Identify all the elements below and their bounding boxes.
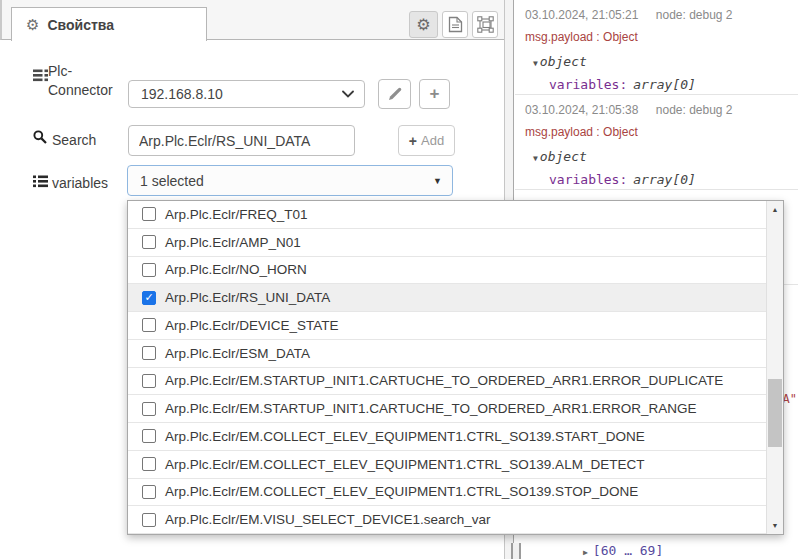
debug-object-row[interactable]: ▼object <box>525 149 798 164</box>
checkbox[interactable] <box>142 263 156 277</box>
debug-object-label: object <box>540 149 587 164</box>
debug-node-name: node: debug 2 <box>656 8 733 22</box>
dropdown-scrollbar[interactable]: ▲ ▼ <box>766 201 783 534</box>
checkbox[interactable] <box>142 207 156 221</box>
dropdown-option-selected[interactable]: ✓Arp.Plc.Eclr/RS_UNI_DATA <box>128 284 766 312</box>
checkbox[interactable] <box>142 235 156 249</box>
variables-multiselect[interactable]: 1 selected ▼ <box>127 165 453 196</box>
checkbox[interactable]: ✓ <box>142 291 156 305</box>
edit-connector-button[interactable] <box>378 79 411 109</box>
collapse-triangle-icon[interactable]: ▼ <box>533 154 538 163</box>
scroll-up-icon[interactable]: ▲ <box>767 201 783 218</box>
connector-selected-value: 192.168.8.10 <box>141 86 223 102</box>
option-label: Arp.Plc.Eclr/FREQ_T01 <box>165 207 308 222</box>
debug-msg-path[interactable]: msg.payload : Object <box>525 30 798 44</box>
tab-properties[interactable]: ⚙ Свойства <box>11 7 207 41</box>
debug-key-value: variables:array[0] <box>525 172 798 187</box>
document-icon <box>448 16 463 33</box>
debug-value: array[0] <box>633 77 696 92</box>
debug-key-value: variables:array[0] <box>525 77 798 92</box>
gear-icon: ⚙ <box>26 17 39 32</box>
debug-value: array[0] <box>633 172 696 187</box>
add-connector-button[interactable]: + <box>419 79 450 109</box>
dropdown-option[interactable]: Arp.Plc.Eclr/EM.COLLECT_ELEV_EQUIPMENT1.… <box>128 451 766 479</box>
connector-label: Plc-Connector <box>48 62 126 100</box>
dropdown-option[interactable]: Arp.Plc.Eclr/EM.COLLECT_ELEV_EQUIPMENT1.… <box>128 479 766 507</box>
tab-title: Свойства <box>47 17 114 33</box>
debug-meta: 03.10.2024, 21:05:21 node: debug 2 <box>525 8 798 22</box>
list-icon <box>33 174 48 192</box>
dropdown-option[interactable]: Arp.Plc.Eclr/ESM_DATA <box>128 340 766 368</box>
debug-msg-path[interactable]: msg.payload : Object <box>525 125 798 139</box>
variables-label: variables <box>52 175 108 191</box>
checkbox[interactable] <box>142 374 156 388</box>
debug-node-name: node: debug 2 <box>656 103 733 117</box>
checkbox[interactable] <box>142 429 156 443</box>
debug-object-label: object <box>540 54 587 69</box>
debug-timestamp: 03.10.2024, 21:05:38 <box>525 103 638 117</box>
plus-icon: + <box>430 84 440 104</box>
debug-key: variables: <box>549 77 627 92</box>
option-label: Arp.Plc.Eclr/EM.COLLECT_ELEV_EQUIPMENT1.… <box>165 429 645 444</box>
dropdown-option[interactable]: Arp.Plc.Eclr/EM.STARTUP_INIT1.CARTUCHE_T… <box>128 395 766 423</box>
debug-meta: 03.10.2024, 21:05:38 node: debug 2 <box>525 103 798 117</box>
debug-array-range-row[interactable]: ▶[60 … 69] <box>583 543 663 558</box>
checkbox[interactable] <box>142 402 156 416</box>
connector-select[interactable]: 192.168.8.10 <box>128 80 365 108</box>
variables-dropdown-list: Arp.Plc.Eclr/FREQ_T01 Arp.Plc.Eclr/AMP_N… <box>128 201 766 534</box>
appearance-button[interactable] <box>472 11 498 38</box>
scroll-down-icon[interactable]: ▼ <box>767 517 783 534</box>
checkbox[interactable] <box>142 346 156 360</box>
debug-scrollbar-thumb[interactable] <box>511 543 521 559</box>
option-label: Arp.Plc.Eclr/EM.STARTUP_INIT1.CARTUCHE_T… <box>165 401 697 416</box>
debug-message: 03.10.2024, 21:05:38 node: debug 2 msg.p… <box>515 95 798 190</box>
option-label: Arp.Plc.Eclr/AMP_N01 <box>165 235 301 250</box>
option-label: Arp.Plc.Eclr/RS_UNI_DATA <box>165 290 330 305</box>
option-label: Arp.Plc.Eclr/ESM_DATA <box>165 346 310 361</box>
variables-dropdown: Arp.Plc.Eclr/FREQ_T01 Arp.Plc.Eclr/AMP_N… <box>127 200 784 535</box>
dropdown-option[interactable]: Arp.Plc.Eclr/EM.COLLECT_ELEV_EQUIPMENT1.… <box>128 423 766 451</box>
dropdown-option[interactable]: Arp.Plc.Eclr/FREQ_T01 <box>128 201 766 229</box>
add-button-label: Add <box>421 133 444 148</box>
search-label: Search <box>52 132 96 148</box>
add-variable-button[interactable]: + Add <box>398 125 455 156</box>
option-label: Arp.Plc.Eclr/EM.STARTUP_INIT1.CARTUCHE_T… <box>165 373 723 388</box>
search-icon <box>33 130 47 148</box>
debug-object-row[interactable]: ▼object <box>525 54 798 69</box>
properties-button[interactable]: ⚙ <box>409 11 438 38</box>
dropdown-scrollbar-thumb[interactable] <box>768 379 782 447</box>
checkbox[interactable] <box>142 318 156 332</box>
selection-frame-icon <box>477 16 494 33</box>
option-label: Arp.Plc.Eclr/EM.VISU_SELECT_DEVICE1.sear… <box>165 512 491 527</box>
checkbox[interactable] <box>142 513 156 527</box>
description-button[interactable] <box>442 11 468 38</box>
search-input[interactable] <box>128 125 355 156</box>
dropdown-option[interactable]: Arp.Plc.Eclr/DEVICE_STATE <box>128 312 766 340</box>
dropdown-option[interactable]: Arp.Plc.Eclr/EM.STARTUP_INIT1.CARTUCHE_T… <box>128 368 766 396</box>
option-label: Arp.Plc.Eclr/NO_HORN <box>165 262 307 277</box>
plus-icon: + <box>409 133 417 149</box>
expand-triangle-icon[interactable]: ▶ <box>583 548 588 557</box>
option-label: Arp.Plc.Eclr/DEVICE_STATE <box>165 318 339 333</box>
chevron-down-icon <box>342 90 354 98</box>
dropdown-option[interactable]: Arp.Plc.Eclr/NO_HORN <box>128 257 766 285</box>
debug-key: variables: <box>549 172 627 187</box>
dropdown-option[interactable]: Arp.Plc.Eclr/EM.VISU_SELECT_DEVICE1.sear… <box>128 506 766 534</box>
variables-selected-count: 1 selected <box>140 173 204 189</box>
dropdown-option[interactable]: Arp.Plc.Eclr/AMP_N01 <box>128 229 766 257</box>
checkbox[interactable] <box>142 457 156 471</box>
plc-connector-icon <box>33 68 48 86</box>
debug-array-range: [60 … 69] <box>593 543 663 558</box>
option-label: Arp.Plc.Eclr/EM.COLLECT_ELEV_EQUIPMENT1.… <box>165 484 638 499</box>
debug-timestamp: 03.10.2024, 21:05:21 <box>525 8 638 22</box>
pencil-icon <box>388 87 402 101</box>
caret-down-icon: ▼ <box>433 176 442 186</box>
gear-icon: ⚙ <box>416 15 430 34</box>
collapse-triangle-icon[interactable]: ▼ <box>533 59 538 68</box>
option-label: Arp.Plc.Eclr/EM.COLLECT_ELEV_EQUIPMENT1.… <box>165 457 644 472</box>
debug-message: 03.10.2024, 21:05:21 node: debug 2 msg.p… <box>515 0 798 95</box>
checkbox[interactable] <box>142 485 156 499</box>
